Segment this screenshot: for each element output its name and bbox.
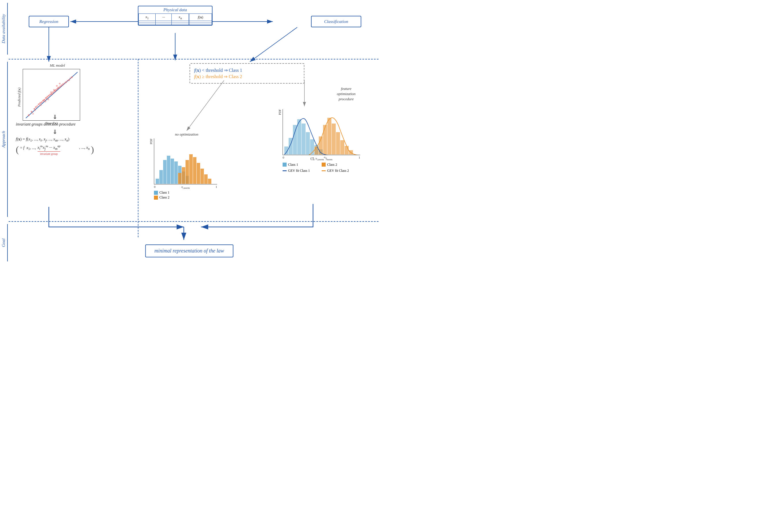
feat-opt-chart [283,109,360,155]
svg-point-31 [53,89,55,91]
svg-point-13 [49,94,51,95]
svg-point-6 [39,102,41,104]
no-opt-x-axis: 0 xi,norm 1 [154,185,217,189]
svg-point-36 [43,99,45,101]
label-approach: Approach [0,62,8,217]
svg-rect-56 [189,154,193,184]
physical-data-box: Physical data x1 ··· xn f(x) [138,6,213,26]
double-arrow-2: ⇓ [16,128,94,135]
feat-legend-class1: Class 1 [283,163,321,167]
col-fx: f(x) [189,14,212,21]
feat-legend-class2: Class 2 [322,163,360,167]
feat-legend-gev2-line [322,170,326,171]
feat-opt-x-start: 0 [283,156,284,161]
row2-c2 [156,21,172,23]
vertical-divider [138,59,138,237]
svg-rect-75 [332,124,336,155]
svg-rect-47 [167,156,170,184]
svg-rect-66 [302,124,306,155]
svg-point-15 [52,91,54,93]
row2-c4 [189,21,212,23]
svg-rect-61 [208,179,211,184]
feat-opt-legend: Class 1 Class 2 GEV fit Class 1 GEV [283,162,360,173]
col-xn: xn [172,14,189,21]
legend-class1: Class 1 [154,190,217,195]
svg-point-2 [31,111,32,112]
svg-point-41 [64,82,66,84]
legend-class1-color [154,191,158,195]
regression-label: Regression [39,19,58,24]
svg-point-38 [51,93,53,95]
svg-point-39 [54,91,56,92]
no-opt-area: no optimization PDF [149,132,224,200]
svg-line-86 [250,27,297,62]
ml-model-title: ML model [17,63,98,68]
svg-point-30 [50,91,52,93]
svg-rect-48 [170,159,174,184]
legend-class2-color [154,196,158,200]
col-x1: x1 [139,14,156,21]
svg-rect-44 [156,179,159,184]
feat-legend-gev2: GEV fit Class 2 [322,169,360,173]
svg-rect-57 [193,157,197,184]
svg-point-21 [61,84,63,86]
no-opt-pdf-label: PDF [149,139,153,144]
feat-legend-gev1-label: GEV fit Class 1 [288,169,310,173]
svg-rect-64 [293,125,297,155]
svg-rect-58 [197,163,200,184]
no-opt-legend: Class 1 Class 2 [154,190,217,200]
no-opt-x-label: xi,norm [181,185,190,189]
row2-c3 [172,21,189,23]
feat-opt-x-label: (∏i xi,normαi)norm [311,156,333,161]
svg-rect-45 [159,170,163,184]
svg-rect-46 [163,160,167,184]
formula-2: ( = f x1, ..., xiα₁xjα₂ ··· xmαp invaria… [16,145,94,154]
feat-legend-class1-color [283,163,287,167]
formula-1: f(x) = f(x1, ..., xi, xj, ..., xm, ..., … [16,137,94,142]
svg-rect-77 [340,140,344,155]
feat-legend-gev1-line [283,170,287,171]
svg-point-12 [48,95,50,97]
svg-rect-73 [323,125,327,155]
goal-box: minimal representation of the law [145,244,233,257]
no-opt-chart [154,139,217,184]
svg-rect-59 [200,169,204,184]
row3-c2 [156,23,172,25]
feat-legend-class2-color [322,163,326,167]
regression-box: Regression [29,16,69,27]
svg-point-4 [35,106,37,108]
svg-point-20 [59,86,61,87]
feat-legend-gev2-label: GEV fit Class 2 [327,169,349,173]
svg-point-25 [71,77,73,78]
data-table: x1 ··· xn f(x) [138,14,212,25]
svg-point-23 [65,81,67,83]
no-opt-svg [154,139,217,184]
feat-opt-svg [283,109,360,155]
svg-line-87 [187,80,224,131]
svg-rect-49 [174,161,178,184]
svg-point-40 [57,87,59,89]
no-opt-x-start: 0 [154,185,156,189]
scatter-plot [23,69,80,121]
label-goal: Goal [0,224,8,262]
physical-data-title: Physical data [138,6,212,14]
col-dots: ··· [156,14,172,21]
divider-data-approach [9,59,378,59]
no-opt-title: no optimization [149,132,224,137]
main-diagram: Data availability Approach Goal Physical… [0,0,378,266]
row2-c1 [139,21,156,23]
svg-rect-67 [306,132,310,155]
svg-rect-53 [178,173,181,184]
no-opt-x-end: 1 [216,185,217,189]
legend-class1-label: Class 1 [159,190,169,195]
svg-rect-78 [345,146,348,155]
label-data-availability: Data availability [0,3,8,54]
approach-formulas: ⇓ invariant groups detection procedure ⇓… [16,113,94,154]
classification-label: Classification [324,19,348,24]
feat-opt-area: PDF [278,109,367,173]
feat-opt-x-end: 1 [359,156,360,161]
svg-point-28 [45,101,46,102]
feat-opt-x-axis: 0 (∏i xi,normαi)norm 1 [283,156,360,161]
legend-class2: Class 2 [154,195,217,200]
threshold-class2: f(x) ≥ threshold ⇒ Class 2 [194,74,300,79]
